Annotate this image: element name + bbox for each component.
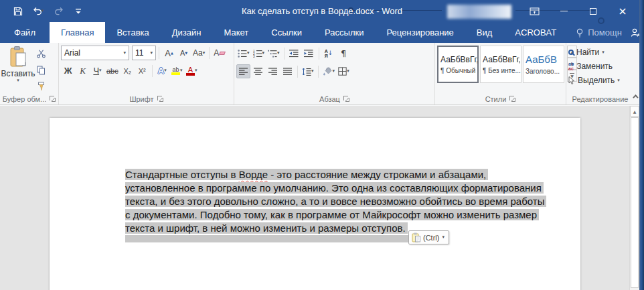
strikethrough-button[interactable]: abc (105, 64, 120, 78)
highlight-button[interactable]: ab▾ (170, 64, 184, 78)
clipboard-group: Вставить ▾ Буфер обм... (0, 43, 58, 104)
undo-dropdown-icon[interactable]: ▾ (42, 9, 44, 13)
shading-button[interactable]: ▾ (321, 64, 337, 78)
tab-references[interactable]: Ссылки (260, 22, 313, 43)
sort-button[interactable]: АЯ↓ (322, 46, 336, 60)
document-page[interactable]: Стандартные отступы в Ворде - это рассто… (50, 118, 580, 290)
replace-button[interactable]: abac Заменить (568, 60, 632, 72)
lightbulb-icon (576, 28, 584, 38)
font-size-combo[interactable]: 11▾ (132, 46, 156, 60)
style-card-normal[interactable]: АаБбВвГг, ¶ Обычный (437, 46, 479, 83)
line-spacing-button[interactable]: ▾ (301, 64, 315, 78)
selection-tail (125, 235, 409, 242)
ribbon: Вставить ▾ Буфер обм... Arial▾ 11▾ А▲ (0, 43, 644, 105)
text-effects-button[interactable]: А▾ (155, 64, 169, 78)
tell-me-assistant[interactable]: Помощн (568, 22, 630, 43)
cut-button[interactable] (34, 47, 48, 61)
redo-button[interactable] (50, 3, 67, 20)
copy-button[interactable] (34, 63, 48, 77)
tab-layout[interactable]: Макет (212, 22, 260, 43)
style-card-no-spacing[interactable]: АаБбВвГг, ¶ Без инте... (480, 46, 521, 83)
highlight-color-bar (171, 72, 180, 75)
paste-button[interactable]: Вставить ▾ (2, 45, 34, 93)
paragraph-group-label: Абзац (319, 95, 340, 103)
subscript-button[interactable]: X₂ (120, 64, 135, 78)
superscript-button[interactable]: X² (135, 64, 149, 78)
ribbon-display-options-button[interactable] (519, 0, 549, 22)
editing-group-label: Редактирование (572, 95, 629, 103)
undo-button[interactable]: ▾ (29, 3, 47, 20)
align-right-button[interactable] (266, 64, 280, 78)
qat-customize-button[interactable] (70, 3, 87, 20)
numbering-button[interactable]: ▾ (252, 46, 266, 60)
styles-group-label: Стили (485, 95, 507, 103)
maximize-button[interactable] (578, 0, 608, 22)
tab-view[interactable]: Вид (465, 22, 504, 43)
paste-options-clipboard-icon (412, 232, 420, 242)
tab-file[interactable]: Файл (0, 22, 50, 43)
multilevel-list-button[interactable]: ▾ (266, 46, 281, 60)
styles-dialog-launcher[interactable] (509, 96, 515, 102)
align-left-button[interactable] (236, 64, 250, 78)
justify-button[interactable] (280, 64, 295, 78)
selected-text-line[interactable]: установленное в программе по умолчанию. … (125, 182, 544, 194)
selected-text-line[interactable]: текста и шрифт, в ней можно изменить и р… (125, 222, 408, 234)
borders-icon (338, 67, 347, 76)
paste-dropdown-icon[interactable]: ▾ (17, 78, 19, 83)
decrease-indent-button[interactable] (287, 46, 301, 60)
tab-home[interactable]: Главная (50, 22, 105, 43)
decrease-indent-icon (289, 50, 299, 58)
save-button[interactable] (9, 3, 27, 20)
paste-options-button[interactable]: (Ctrl) ▾ (408, 230, 449, 244)
document-canvas[interactable]: Стандартные отступы в Ворде - это рассто… (0, 106, 644, 290)
paste-label: Вставить (1, 69, 35, 78)
collapse-ribbon-button[interactable] (629, 92, 640, 101)
clipboard-group-label: Буфер обм... (3, 95, 47, 103)
borders-button[interactable]: ▾ (337, 64, 351, 78)
document-text[interactable]: Стандартные отступы в Ворде - это рассто… (125, 168, 546, 242)
vertical-scrollbar[interactable]: ▲ (629, 106, 639, 290)
paragraph-dialog-launcher[interactable] (343, 96, 349, 102)
tab-acrobat[interactable]: ACROBAT (503, 22, 568, 43)
tab-review[interactable]: Рецензирование (375, 22, 465, 43)
clear-formatting-button[interactable]: А (212, 46, 226, 60)
scrollbar-thumb[interactable] (631, 117, 639, 288)
bold-button[interactable]: Ж (61, 64, 75, 78)
misspelled-word[interactable]: Ворде (239, 169, 268, 180)
increase-indent-button[interactable] (302, 46, 316, 60)
close-button[interactable]: × (608, 0, 637, 22)
tab-insert[interactable]: Вставка (105, 22, 160, 43)
style-card-heading[interactable]: АаБбВ Заголово... (523, 46, 564, 83)
format-painter-button[interactable] (34, 79, 48, 93)
line-spacing-icon (302, 68, 311, 76)
search-icon (568, 50, 574, 55)
paragraph-group: ▾ ▾ ▾ АЯ↓ ¶ ▾ (234, 43, 434, 104)
selected-text-line[interactable]: Стандартные отступы в Ворде - это рассто… (125, 169, 488, 180)
change-case-button[interactable]: Aa▾ (191, 46, 206, 60)
italic-button[interactable]: К (76, 64, 90, 78)
selected-text-line[interactable]: с документами. Подобно тому, как в прогр… (125, 209, 539, 220)
paint-bucket-icon (323, 67, 333, 76)
numbering-icon (253, 50, 262, 58)
grow-font-button[interactable]: А▲ (162, 46, 176, 60)
format-painter-icon (37, 82, 46, 91)
clipboard-dialog-launcher[interactable] (50, 96, 56, 102)
underline-button[interactable]: Ч▾ (90, 64, 104, 78)
quick-access-toolbar: ▾ (0, 3, 87, 20)
tab-mailings[interactable]: Рассылки (313, 22, 375, 43)
minimize-button[interactable] (549, 0, 578, 22)
select-button[interactable]: Выделить ▾ (568, 74, 632, 86)
scrollbar-up-button[interactable]: ▲ (630, 106, 639, 117)
show-formatting-marks-button[interactable]: ¶ (337, 46, 351, 60)
selected-text-line[interactable]: текста, и без этого довольно сложно, а т… (125, 196, 546, 207)
align-right-icon (268, 68, 278, 76)
shrink-font-button[interactable]: А▼ (177, 46, 191, 60)
font-name-combo[interactable]: Arial▾ (61, 46, 129, 60)
window-controls: × (519, 0, 637, 22)
font-dialog-launcher[interactable] (157, 96, 163, 102)
align-center-button[interactable] (251, 64, 265, 78)
tab-design[interactable]: Дизайн (161, 22, 213, 43)
find-button[interactable]: Найти ▾ (568, 46, 632, 58)
font-color-button[interactable]: А▾ (185, 64, 199, 78)
bullets-button[interactable]: ▾ (236, 46, 251, 60)
